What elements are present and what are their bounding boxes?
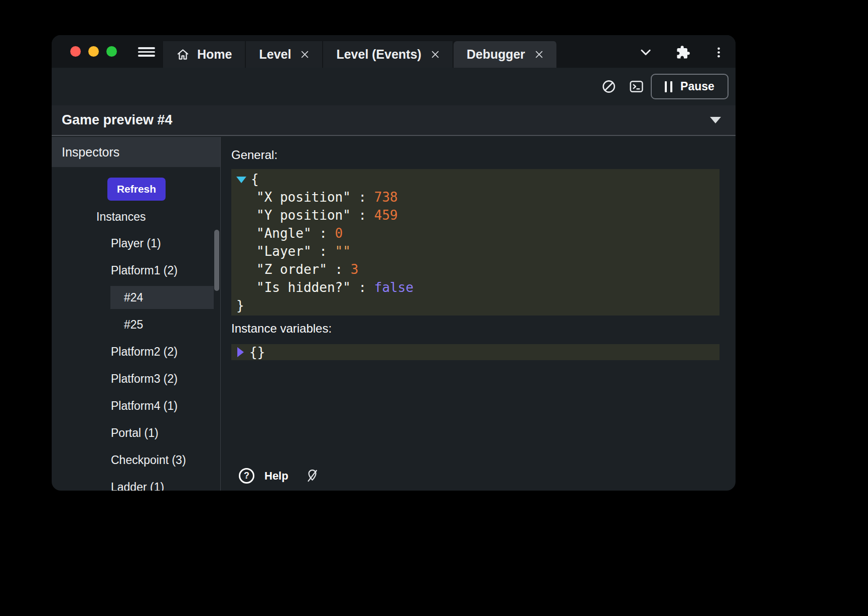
tab-bar: HomeLevelLevel (Events)Debugger bbox=[163, 41, 557, 68]
console-icon[interactable] bbox=[628, 78, 645, 95]
tab-home[interactable]: Home bbox=[163, 41, 246, 68]
inspectors-header: Inspectors bbox=[52, 137, 220, 167]
json-property-row: "Angle" : 0 bbox=[236, 224, 714, 242]
tab-close-icon[interactable] bbox=[301, 50, 309, 59]
instance-item-platform2-2[interactable]: Platform2 (2) bbox=[52, 338, 214, 365]
extensions-puzzle-icon[interactable] bbox=[674, 44, 691, 61]
traffic-lights bbox=[70, 46, 117, 57]
app-window: HomeLevelLevel (Events)Debugger Pause Ga… bbox=[52, 35, 736, 491]
variables-json-tree[interactable]: {} bbox=[231, 344, 719, 360]
instance-item-label: Platform4 (1) bbox=[111, 399, 178, 413]
zoom-window-button[interactable] bbox=[106, 46, 117, 57]
key-value-separator: : bbox=[327, 262, 351, 277]
chevron-down-icon[interactable] bbox=[637, 44, 654, 61]
instance-item-label: #24 bbox=[124, 291, 143, 304]
minimize-window-button[interactable] bbox=[88, 46, 99, 57]
instance-item-label: Platform1 (2) bbox=[111, 264, 178, 277]
preview-header[interactable]: Game preview #4 bbox=[52, 105, 736, 136]
key-value-separator: : bbox=[312, 244, 335, 259]
key-value-separator: : bbox=[351, 190, 374, 205]
key-value-separator: : bbox=[351, 280, 374, 295]
content-area: Inspectors Refresh Instances Player (1)P… bbox=[52, 137, 736, 491]
tab-close-icon[interactable] bbox=[431, 50, 440, 59]
instances-root[interactable]: Instances bbox=[96, 210, 146, 224]
home-icon bbox=[176, 48, 190, 61]
json-property-row: "Z order" : 3 bbox=[236, 260, 714, 278]
help-icon[interactable]: ? bbox=[239, 468, 254, 484]
instance-item-25[interactable]: #25 bbox=[52, 311, 214, 338]
sidebar-scrollbar[interactable] bbox=[214, 230, 219, 291]
triangle-down-icon[interactable] bbox=[236, 177, 246, 183]
property-value-boolean: false bbox=[374, 280, 413, 295]
more-options-icon[interactable] bbox=[710, 44, 727, 61]
tab-debugger[interactable]: Debugger bbox=[454, 41, 557, 68]
triangle-right-icon[interactable] bbox=[237, 347, 244, 357]
property-value-number: 3 bbox=[351, 262, 359, 277]
property-key: "Angle" bbox=[256, 226, 312, 241]
instance-item-platform1-2[interactable]: Platform1 (2) bbox=[52, 257, 214, 284]
instance-item-ladder-1[interactable]: Ladder (1) bbox=[52, 474, 214, 491]
property-value-number: 0 bbox=[335, 226, 343, 241]
key-value-separator: : bbox=[312, 226, 335, 241]
instance-item-label: Portal (1) bbox=[111, 426, 159, 440]
general-json-tree: {"X position" : 738"Y position" : 459"An… bbox=[231, 169, 719, 316]
menu-icon[interactable] bbox=[138, 47, 155, 57]
instance-item-24[interactable]: #24 bbox=[110, 286, 214, 309]
tab-close-icon[interactable] bbox=[535, 50, 543, 59]
titlebar: HomeLevelLevel (Events)Debugger bbox=[52, 35, 736, 68]
instance-item-label: #25 bbox=[124, 318, 143, 332]
property-key: "Y position" bbox=[256, 208, 351, 223]
empty-object-text: {} bbox=[249, 345, 265, 360]
inspectors-sidebar: Inspectors Refresh Instances Player (1)P… bbox=[52, 137, 221, 491]
debugger-toolbar: Pause bbox=[52, 68, 736, 105]
tab-level[interactable]: Level bbox=[246, 41, 323, 68]
tab-label: Debugger bbox=[467, 47, 525, 62]
json-property-row: "Is hidden?" : false bbox=[236, 278, 714, 296]
dropdown-caret-icon[interactable] bbox=[710, 117, 721, 123]
key-value-separator: : bbox=[351, 208, 374, 223]
instance-item-platform3-2[interactable]: Platform3 (2) bbox=[52, 365, 214, 392]
open-brace: { bbox=[251, 172, 259, 187]
json-property-row: "Layer" : "" bbox=[236, 242, 714, 260]
panel-footer: ? Help bbox=[239, 468, 319, 484]
profiler-icon[interactable] bbox=[600, 78, 617, 95]
general-label: General: bbox=[231, 148, 277, 162]
tab-label: Level bbox=[259, 47, 291, 62]
instance-item-label: Player (1) bbox=[111, 237, 161, 250]
help-label[interactable]: Help bbox=[264, 470, 288, 483]
instance-item-portal-1[interactable]: Portal (1) bbox=[52, 419, 214, 446]
instances-list: Player (1)Platform1 (2)#24#25Platform2 (… bbox=[52, 230, 214, 491]
close-brace: } bbox=[236, 298, 244, 313]
close-window-button[interactable] bbox=[70, 46, 81, 57]
unpin-icon[interactable] bbox=[306, 469, 319, 483]
question-mark-glyph: ? bbox=[244, 471, 249, 481]
property-key: "Layer" bbox=[256, 244, 312, 259]
property-key: "X position" bbox=[256, 190, 351, 205]
refresh-button[interactable]: Refresh bbox=[107, 178, 166, 201]
instance-item-label: Checkpoint (3) bbox=[111, 453, 186, 467]
property-key: "Z order" bbox=[256, 262, 327, 277]
property-value-number: 459 bbox=[374, 208, 398, 223]
tab-level-events[interactable]: Level (Events) bbox=[323, 41, 454, 68]
json-property-row: "Y position" : 459 bbox=[236, 206, 714, 224]
instance-item-player-1[interactable]: Player (1) bbox=[52, 230, 214, 257]
pause-icon bbox=[665, 81, 672, 92]
instance-item-label: Platform2 (2) bbox=[111, 345, 178, 359]
json-property-row: "X position" : 738 bbox=[236, 188, 714, 206]
instance-item-platform4-1[interactable]: Platform4 (1) bbox=[52, 392, 214, 419]
tab-label: Home bbox=[197, 47, 232, 62]
property-value-string: "" bbox=[335, 244, 351, 259]
tab-label: Level (Events) bbox=[336, 47, 421, 62]
instance-item-label: Platform3 (2) bbox=[111, 372, 178, 386]
pause-button[interactable]: Pause bbox=[651, 74, 729, 99]
instance-variables-label: Instance variables: bbox=[231, 322, 332, 336]
instance-item-label: Ladder (1) bbox=[111, 481, 164, 491]
instance-item-checkpoint-3[interactable]: Checkpoint (3) bbox=[52, 446, 214, 474]
pause-label: Pause bbox=[680, 80, 714, 93]
inspectors-title: Inspectors bbox=[62, 145, 119, 160]
inspector-panel: General: {"X position" : 738"Y position"… bbox=[221, 137, 736, 491]
preview-title: Game preview #4 bbox=[62, 112, 173, 128]
property-key: "Is hidden?" bbox=[256, 280, 351, 295]
property-value-number: 738 bbox=[374, 190, 398, 205]
